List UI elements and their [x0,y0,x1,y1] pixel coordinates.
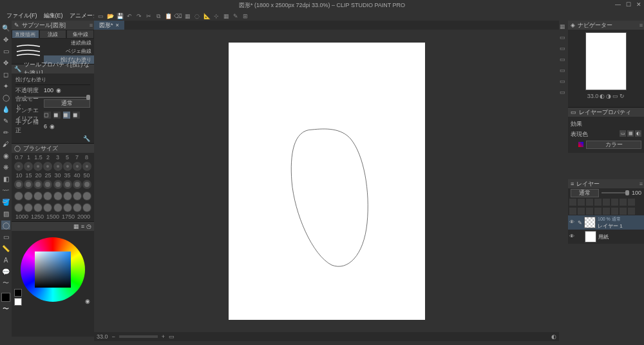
menu-file[interactable]: ファイル(F) [4,10,40,21]
eyedropper-icon[interactable]: 💧 [1,104,10,113]
balloon-icon[interactable]: 💬 [1,267,10,276]
draft-icon[interactable] [603,199,610,206]
zoom-in-icon[interactable]: + [162,333,165,340]
brush-size-dot[interactable] [24,162,33,171]
subtool-curve[interactable]: 連続曲線 [44,39,94,47]
color-square[interactable] [35,251,71,288]
history-icon[interactable]: ◷ [86,223,91,230]
decoration-icon[interactable]: ❋ [1,163,10,172]
delete-layer-icon[interactable] [628,208,635,215]
text-icon[interactable]: A [1,255,10,264]
brush-size-dot[interactable] [33,192,43,201]
material6-icon[interactable]: ▭ [560,89,567,97]
brush-size-dot[interactable] [14,192,23,201]
open-icon[interactable]: 📂 [106,12,114,20]
layer-thumbnail[interactable] [585,231,596,242]
material5-icon[interactable]: ▭ [560,78,567,86]
tab-streamline[interactable]: 流線 [39,30,67,39]
lock-icon[interactable] [569,199,576,206]
new-layer-icon[interactable] [569,208,576,215]
marquee-icon[interactable]: ◻ [1,70,10,79]
canvas[interactable] [229,43,425,320]
quickaccess-icon[interactable]: ▦ [560,23,567,31]
clear-icon[interactable]: ⌫ [174,12,182,20]
aa-option-4[interactable]: ◼ [73,112,80,119]
assist-icon[interactable]: ✎ [232,12,240,20]
brush-size-dot[interactable] [43,162,52,171]
brush-size-dot[interactable] [24,203,33,212]
new-icon[interactable]: ▭ [97,12,104,20]
material2-icon[interactable]: ▭ [560,45,567,53]
maximize-icon[interactable]: ☐ [626,1,631,8]
aa-option-3[interactable]: ◼ [63,112,70,119]
brush-size-dot[interactable] [73,162,82,171]
menu-icon[interactable]: ≡ [639,181,643,187]
rotate-icon[interactable]: ↻ [620,93,625,99]
brush-size-dot[interactable] [53,180,62,189]
correct-icon[interactable]: 〜 [1,279,10,288]
color-label-icon[interactable] [628,199,635,206]
canvas-area[interactable] [94,30,559,332]
wrench-icon[interactable]: 🔧 [83,135,90,142]
brush-size-dot[interactable] [33,180,43,189]
brush-size-dot[interactable] [82,203,91,212]
layer-opacity-slider[interactable] [601,192,629,193]
stabilize-link-icon[interactable]: ◉ [50,123,55,130]
brush-size-dot[interactable] [14,180,23,189]
brush-size-dot[interactable] [63,192,72,201]
layer-move-icon[interactable]: ✥ [1,58,10,67]
brush-size-dot[interactable] [43,180,52,189]
brush-size-dot[interactable] [24,180,33,189]
new-folder-icon[interactable] [578,208,585,215]
bg-swatch[interactable] [14,298,22,306]
brush-size-dot[interactable] [53,203,62,212]
mask-add-icon[interactable] [611,208,618,215]
close-tab-icon[interactable]: × [116,22,119,28]
nav-zoom[interactable]: 33.0 [587,93,599,99]
material4-icon[interactable]: ▭ [560,67,567,75]
effect-tone-icon[interactable]: ▦ [627,130,634,137]
select-all-icon[interactable]: ▦ [184,12,191,20]
magnify-icon[interactable]: 🔍 [1,23,10,32]
navigator-thumbnail[interactable] [585,32,627,90]
airbrush-icon[interactable]: ◉ [1,151,10,160]
color-link-icon[interactable]: ◉ [85,298,90,304]
layer-item[interactable]: 👁 ✎ 100 % 通常 レイヤー 1 [568,215,644,230]
layer-thumbnail[interactable] [584,217,596,228]
status-icon[interactable]: ◐ [551,333,556,340]
brush-size-dot[interactable] [33,203,43,212]
brush-size-dot[interactable] [73,203,82,212]
blend-dropdown[interactable]: 通常 [44,99,90,108]
slider-icon[interactable]: ≡ [81,223,84,230]
brush-size-dot[interactable] [24,192,33,201]
tab-focusline[interactable]: 集中線 [66,30,94,39]
brush-size-dot[interactable] [43,192,52,201]
menu-edit[interactable]: 編集(E) [41,10,66,21]
eraser-icon[interactable]: ◧ [1,174,10,183]
ruler-tool-icon[interactable]: 📏 [1,244,10,253]
deselect-icon[interactable]: ◌ [193,12,201,20]
paste-icon[interactable]: 📋 [164,12,172,20]
brush-size-dot[interactable] [53,162,62,171]
copy-icon[interactable]: ⧉ [155,12,162,20]
palette-icon[interactable]: ▦ [73,223,79,230]
layer-opacity-value[interactable]: 100 [632,190,641,196]
minimize-icon[interactable]: — [615,1,621,8]
lasso-icon[interactable]: ◯ [1,93,10,102]
pencil-icon[interactable]: ✏ [1,128,10,137]
close-icon[interactable]: ✕ [636,1,641,8]
save-icon[interactable]: 💾 [116,12,124,20]
brush-size-dot[interactable] [82,180,91,189]
visibility-icon[interactable]: 👁 [569,219,576,226]
brush-icon[interactable]: 🖌 [1,139,10,148]
ruler-icon[interactable]: 📐 [203,12,211,20]
zoom-out-icon[interactable]: − [112,333,115,340]
effect-border-icon[interactable]: ▭ [620,130,626,137]
stabilize-value[interactable]: 6 [44,123,47,130]
reference-icon[interactable] [594,199,601,206]
menu-icon[interactable]: ≡ [90,22,93,28]
fit-icon[interactable]: ▭ [612,93,618,99]
menu-icon[interactable]: ≡ [639,22,643,28]
color-wheel[interactable] [21,237,85,302]
brush-size-dot[interactable] [43,203,52,212]
